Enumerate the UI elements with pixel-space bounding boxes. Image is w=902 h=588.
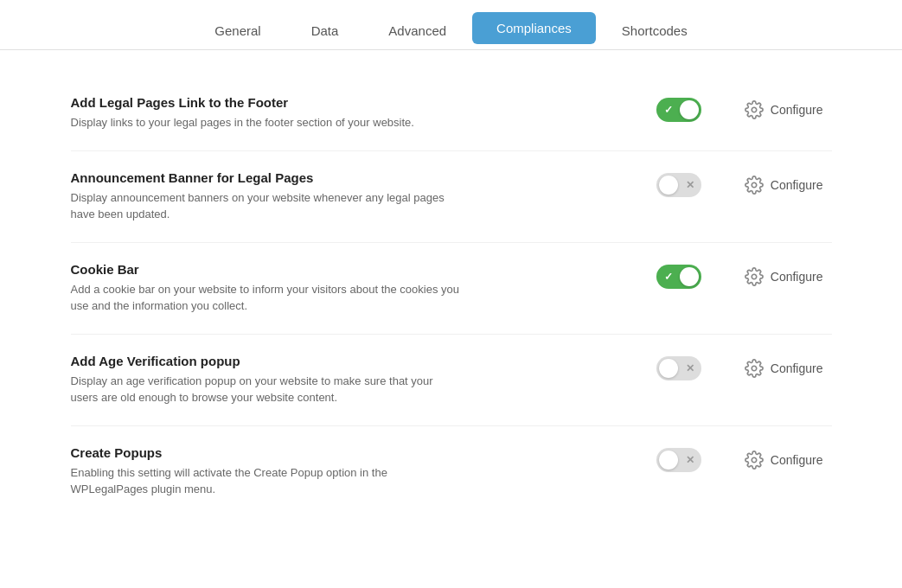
toggle-announcement-banner[interactable]: ✕ bbox=[656, 173, 701, 197]
configure-footer-links-button[interactable]: Configure bbox=[736, 95, 832, 125]
gear-icon bbox=[745, 451, 764, 470]
configure-age-verification-button[interactable]: Configure bbox=[736, 354, 832, 383]
setting-footer-links: Add Legal Pages Link to the Footer Displ… bbox=[71, 76, 832, 151]
tab-advanced[interactable]: Advanced bbox=[364, 12, 470, 49]
setting-age-verification-controls: ✕ Configure bbox=[656, 354, 832, 383]
setting-announcement-banner-info: Announcement Banner for Legal Pages Disp… bbox=[71, 170, 460, 223]
setting-footer-links-info: Add Legal Pages Link to the Footer Displ… bbox=[71, 95, 460, 131]
tab-data[interactable]: Data bbox=[287, 12, 363, 49]
configure-announcement-banner-button[interactable]: Configure bbox=[736, 170, 832, 200]
toggle-cookie-bar[interactable]: ✓ bbox=[656, 265, 701, 289]
configure-create-popups-button[interactable]: Configure bbox=[736, 445, 832, 475]
gear-icon bbox=[745, 267, 764, 286]
svg-point-0 bbox=[752, 107, 757, 112]
toggle-create-popups[interactable]: ✕ bbox=[656, 448, 701, 472]
setting-age-verification-info: Add Age Verification popup Display an ag… bbox=[71, 354, 460, 406]
setting-announcement-banner: Announcement Banner for Legal Pages Disp… bbox=[71, 151, 832, 243]
configure-cookie-bar-label: Configure bbox=[771, 270, 823, 284]
gear-icon bbox=[745, 359, 764, 378]
setting-create-popups-title: Create Popups bbox=[71, 445, 460, 460]
tab-general[interactable]: General bbox=[190, 12, 285, 49]
setting-footer-links-title: Add Legal Pages Link to the Footer bbox=[71, 95, 460, 110]
configure-age-verification-label: Configure bbox=[771, 361, 823, 375]
gear-icon bbox=[745, 176, 764, 195]
setting-announcement-banner-controls: ✕ Configure bbox=[656, 170, 832, 200]
setting-announcement-banner-desc: Display announcement banners on your web… bbox=[71, 189, 460, 223]
tabs-navigation: General Data Advanced Compliances Shortc… bbox=[0, 0, 902, 49]
configure-announcement-banner-label: Configure bbox=[771, 178, 823, 192]
toggle-age-verification[interactable]: ✕ bbox=[656, 356, 701, 380]
setting-announcement-banner-title: Announcement Banner for Legal Pages bbox=[71, 170, 460, 185]
setting-create-popups-info: Create Popups Enabling this setting will… bbox=[71, 445, 460, 498]
setting-age-verification: Add Age Verification popup Display an ag… bbox=[71, 335, 832, 426]
setting-create-popups: Create Popups Enabling this setting will… bbox=[71, 426, 832, 517]
setting-cookie-bar-desc: Add a cookie bar on your website to info… bbox=[71, 281, 460, 315]
toggle-footer-links[interactable]: ✓ bbox=[656, 98, 701, 122]
setting-cookie-bar-info: Cookie Bar Add a cookie bar on your webs… bbox=[71, 262, 460, 315]
configure-cookie-bar-button[interactable]: Configure bbox=[736, 262, 832, 291]
setting-footer-links-controls: ✓ Configure bbox=[656, 95, 832, 125]
svg-point-4 bbox=[752, 457, 757, 463]
setting-cookie-bar: Cookie Bar Add a cookie bar on your webs… bbox=[71, 243, 832, 335]
svg-point-3 bbox=[752, 366, 757, 371]
svg-point-1 bbox=[752, 182, 757, 188]
gear-icon bbox=[745, 100, 764, 119]
setting-age-verification-title: Add Age Verification popup bbox=[71, 354, 460, 368]
tab-compliances[interactable]: Compliances bbox=[472, 12, 596, 44]
setting-cookie-bar-controls: ✓ Configure bbox=[656, 262, 832, 291]
setting-create-popups-desc: Enabling this setting will activate the … bbox=[71, 464, 460, 498]
tab-shortcodes[interactable]: Shortcodes bbox=[598, 12, 712, 49]
settings-content: Add Legal Pages Link to the Footer Displ… bbox=[19, 50, 884, 543]
setting-footer-links-desc: Display links to your legal pages in the… bbox=[71, 114, 460, 131]
configure-footer-links-label: Configure bbox=[771, 103, 823, 117]
setting-create-popups-controls: ✕ Configure bbox=[656, 445, 832, 475]
setting-cookie-bar-title: Cookie Bar bbox=[71, 262, 460, 277]
setting-age-verification-desc: Display an age verification popup on you… bbox=[71, 373, 460, 406]
configure-create-popups-label: Configure bbox=[771, 453, 823, 467]
svg-point-2 bbox=[752, 274, 757, 279]
